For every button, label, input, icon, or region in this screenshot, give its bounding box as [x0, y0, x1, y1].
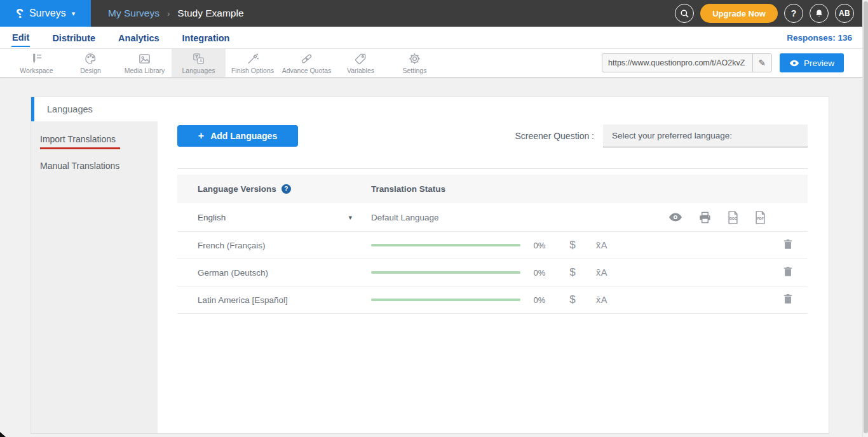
gear-icon	[408, 52, 421, 65]
topbar-actions: Upgrade Now ? AB	[675, 4, 862, 23]
languages-content: + Add Languages Screener Question : Sele…	[158, 121, 829, 433]
breadcrumb-my-surveys[interactable]: My Surveys	[108, 8, 159, 19]
edit-toolbar: Workspace Design Media Library A Languag…	[0, 49, 862, 77]
notifications-button[interactable]	[810, 4, 829, 23]
bell-icon	[815, 9, 824, 18]
svg-text:A: A	[200, 58, 203, 64]
translation-percent: 0%	[520, 295, 559, 305]
toolbar-label: Languages	[182, 67, 215, 74]
help-tooltip-icon[interactable]: ?	[281, 184, 291, 194]
toolbar-right-controls: ✎ Preview	[602, 49, 862, 77]
auto-translate-icon[interactable]: x̄A	[587, 240, 617, 250]
print-icon[interactable]	[699, 212, 711, 224]
language-name: French (Français)	[198, 241, 266, 250]
export-doc-icon[interactable]: DOC	[728, 211, 738, 224]
workspace-icon	[30, 52, 43, 65]
edit-url-button[interactable]: ✎	[752, 54, 771, 72]
table-row-latin-america: Latin America [Español] 0% $ x̄A	[177, 286, 808, 314]
screener-question-label: Screener Question :	[515, 131, 603, 141]
toolbar-item-finish-options[interactable]: Finish Options	[226, 49, 280, 77]
translation-progress-bar	[371, 244, 520, 246]
sidebar-item-label: Import Translations	[40, 134, 116, 144]
avatar[interactable]: AB	[835, 4, 854, 23]
export-pdf-icon[interactable]: PDF	[755, 211, 766, 224]
toolbar-label: Design	[80, 67, 101, 74]
breadcrumb: My Surveys › Study Example	[108, 8, 244, 19]
design-palette-icon	[84, 52, 97, 65]
toolbar-item-workspace[interactable]: Workspace	[10, 49, 64, 77]
toolbar-item-media-library[interactable]: Media Library	[118, 49, 172, 77]
translation-progress-bar	[371, 271, 520, 274]
sidebar-item-import-translations[interactable]: Import Translations	[31, 126, 158, 153]
red-annotation-underline	[40, 147, 120, 149]
scrollbar-thumb[interactable]	[864, 1, 868, 433]
toolbar-label: Variables	[347, 67, 374, 74]
delete-language-button[interactable]	[783, 239, 792, 252]
surveys-menu-label: Surveys	[29, 8, 66, 19]
trash-icon	[783, 239, 792, 250]
table-row-french: French (Français) 0% $ x̄A	[177, 232, 808, 259]
translation-progress-bar	[371, 299, 520, 301]
sidebar-item-manual-translations[interactable]: Manual Translations	[31, 153, 158, 175]
search-icon	[680, 9, 689, 18]
responses-count-link[interactable]: Responses: 136	[787, 33, 862, 43]
page-scrollbar	[862, 0, 868, 437]
tab-integration[interactable]: Integration	[182, 29, 231, 46]
paid-translation-icon[interactable]: $	[559, 293, 587, 306]
tab-distribute[interactable]: Distribute	[51, 29, 96, 46]
toolbar-item-variables[interactable]: Variables	[334, 49, 388, 77]
mouse-cursor	[0, 432, 6, 437]
delete-language-button[interactable]	[783, 266, 792, 279]
chain-link-icon	[300, 52, 313, 65]
delete-language-button[interactable]	[783, 293, 792, 307]
language-name: German (Deutsch)	[198, 268, 268, 278]
panel-header: Languages	[31, 97, 829, 121]
survey-url-box: ✎	[602, 53, 772, 72]
surveys-menu-button[interactable]: ? Surveys ▾	[0, 0, 91, 27]
column-translation-status: Translation Status	[371, 184, 445, 194]
paid-translation-icon[interactable]: $	[559, 266, 587, 279]
screener-question-select[interactable]: Select your preferred language:	[603, 124, 808, 147]
toolbar-label: Workspace	[20, 67, 53, 74]
sidebar-item-label: Manual Translations	[40, 161, 119, 171]
preview-label: Preview	[804, 58, 834, 68]
tag-icon	[354, 52, 367, 65]
add-languages-button[interactable]: + Add Languages	[177, 125, 298, 147]
upgrade-now-button[interactable]: Upgrade Now	[700, 4, 778, 23]
toolbar-label: Media Library	[125, 67, 165, 74]
default-language-status: Default Language	[371, 213, 520, 222]
panel-sidebar: Import Translations Manual Translations	[31, 121, 158, 433]
top-bar: ? Surveys ▾ My Surveys › Study Example U…	[0, 0, 862, 27]
help-button[interactable]: ?	[784, 4, 803, 23]
languages-panel: Languages Import Translations Manual Tra…	[31, 97, 829, 434]
survey-url-input[interactable]	[602, 58, 752, 67]
media-library-icon	[138, 52, 151, 65]
languages-icon: A	[192, 52, 205, 65]
toolbar-item-design[interactable]: Design	[64, 49, 118, 77]
question-mark-icon: ?	[791, 8, 797, 18]
toolbar-item-languages[interactable]: A Languages	[172, 49, 226, 77]
translation-percent: 0%	[520, 268, 559, 278]
doc-label: DOC	[729, 216, 737, 220]
toolbar-item-advance-quotas[interactable]: Advance Quotas	[280, 49, 334, 77]
pdf-label: PDF	[757, 216, 764, 220]
trash-icon	[783, 266, 792, 277]
toolbar-label: Settings	[403, 67, 427, 74]
tab-analytics[interactable]: Analytics	[118, 29, 159, 46]
auto-translate-icon[interactable]: x̄A	[587, 267, 617, 278]
preview-button[interactable]: Preview	[780, 53, 844, 72]
section-divider	[177, 168, 808, 169]
plus-icon: +	[198, 130, 204, 142]
breadcrumb-survey-title: Study Example	[177, 8, 243, 19]
trash-icon	[783, 293, 792, 304]
paid-translation-icon[interactable]: $	[559, 239, 587, 252]
breadcrumb-separator-icon: ›	[167, 9, 170, 18]
search-button[interactable]	[675, 4, 694, 23]
default-language-dropdown[interactable]: English ▾	[198, 213, 371, 222]
tab-edit[interactable]: Edit	[11, 28, 30, 47]
auto-translate-icon[interactable]: x̄A	[587, 295, 617, 305]
avatar-initials: AB	[839, 9, 850, 18]
view-eye-icon[interactable]	[668, 213, 682, 222]
toolbar-label: Advance Quotas	[282, 67, 332, 74]
toolbar-item-settings[interactable]: Settings	[388, 49, 442, 77]
